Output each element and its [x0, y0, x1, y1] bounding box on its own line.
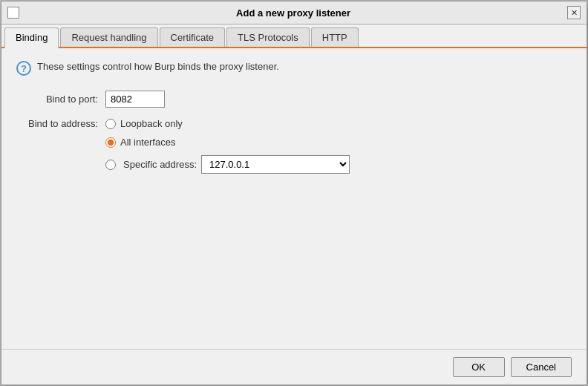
tab-certificate[interactable]: Certificate: [160, 27, 226, 47]
tab-tls-protocols[interactable]: TLS Protocols: [226, 27, 310, 47]
radio-loopback[interactable]: Loopback only: [105, 118, 350, 129]
radio-loopback-input[interactable]: [105, 119, 116, 129]
close-button[interactable]: ✕: [567, 6, 581, 19]
specific-address-select[interactable]: 127.0.0.1 0.0.0.0: [201, 155, 350, 174]
title-bar: Add a new proxy listener ✕: [1, 1, 587, 24]
content-area: ? These settings control how Burp binds …: [1, 48, 587, 349]
dialog-title: Add a new proxy listener: [236, 7, 350, 19]
tab-binding[interactable]: Binding: [4, 27, 59, 48]
bind-address-label: Bind to address:: [16, 118, 105, 129]
bind-address-group: Bind to address: Loopback only All inter…: [16, 118, 572, 174]
window-icon: [7, 7, 19, 19]
radio-specific[interactable]: Specific address:: [105, 159, 197, 170]
info-text: These settings control how Burp binds th…: [37, 60, 279, 73]
tab-bar: Binding Request handling Certificate TLS…: [1, 24, 587, 48]
footer: OK Cancel: [1, 349, 587, 385]
radio-all-interfaces[interactable]: All interfaces: [105, 137, 350, 148]
bind-port-group: Bind to port:: [16, 91, 572, 108]
title-bar-left: [7, 7, 19, 19]
radio-specific-label: Specific address:: [123, 159, 197, 170]
info-row: ? These settings control how Burp binds …: [16, 60, 572, 76]
cancel-button[interactable]: Cancel: [511, 357, 572, 377]
specific-address-row: Specific address: 127.0.0.1 0.0.0.0: [105, 155, 350, 174]
radio-all-label: All interfaces: [120, 137, 175, 148]
info-icon: ?: [16, 61, 31, 76]
tab-http[interactable]: HTTP: [311, 27, 359, 47]
ok-button[interactable]: OK: [453, 357, 505, 377]
radio-loopback-label: Loopback only: [120, 118, 183, 129]
radio-group: Loopback only All interfaces Specific ad…: [105, 118, 350, 174]
dialog: Add a new proxy listener ✕ Binding Reque…: [1, 1, 587, 385]
radio-all-input[interactable]: [105, 137, 116, 148]
bind-port-label: Bind to port:: [16, 94, 105, 105]
tab-request-handling[interactable]: Request handling: [60, 27, 157, 47]
bind-port-input[interactable]: [105, 91, 165, 108]
radio-specific-input[interactable]: [105, 160, 116, 170]
